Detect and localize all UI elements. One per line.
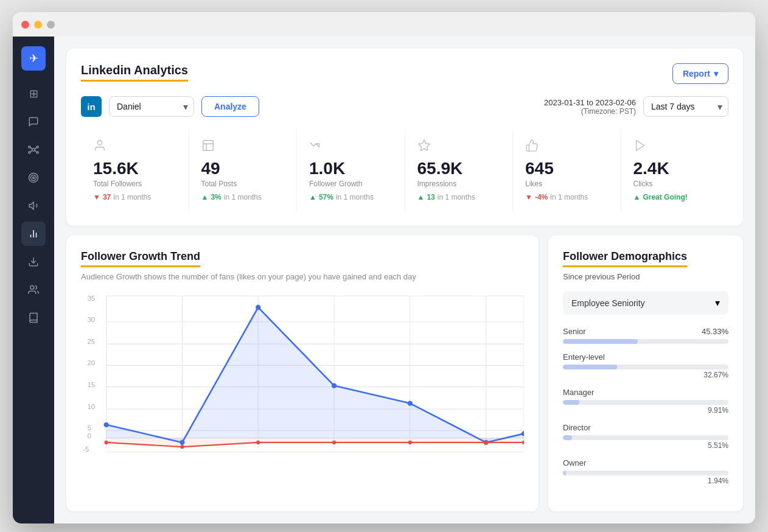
impressions-value: 65.9K [417, 160, 501, 177]
bar-track-owner [563, 471, 728, 475]
impressions-label: Impressions [417, 180, 501, 188]
demographics-subtitle: Since previous Period [563, 272, 728, 281]
bar-header-owner: Owner [563, 458, 728, 467]
sidebar: ✈ ⊞ [13, 37, 54, 523]
down-arrow-icon2: ▼ [525, 193, 532, 201]
controls-row: in Daniel ▾ Analyze 2023-01-31 to 2023-0… [81, 96, 728, 117]
red-dot-2 [180, 445, 184, 449]
sidebar-item-target[interactable] [21, 166, 46, 190]
main-content: Linkedin Analytics Report ▾ in Daniel [54, 37, 755, 523]
bar-value-manager: 9.91% [563, 406, 728, 415]
sidebar-item-megaphone[interactable] [21, 194, 46, 218]
bar-item-director: Director 5.51% [563, 423, 728, 450]
svg-text:10: 10 [87, 403, 95, 410]
blue-dot-1 [103, 422, 108, 427]
up-arrow-icon3: ▲ [417, 193, 425, 201]
svg-line-5 [30, 147, 32, 150]
svg-text:25: 25 [87, 338, 95, 345]
svg-text:15: 15 [87, 381, 95, 388]
chevron-down-icon2: ▾ [715, 297, 720, 309]
report-button[interactable]: Report ▾ [672, 63, 728, 84]
stat-card-clicks: 2.4K Clicks ▲ Great Going! [621, 129, 729, 211]
growth-change: ▲ 57% in 1 months [309, 193, 393, 201]
sidebar-item-network[interactable] [21, 138, 46, 162]
demographics-title: Follower Demographics [563, 250, 687, 267]
svg-line-8 [35, 150, 37, 153]
posts-value: 49 [201, 160, 285, 177]
impressions-icon [417, 139, 501, 155]
period-select[interactable]: Last 7 days Last 30 days Last 90 days Cu… [643, 96, 728, 117]
profile-select-wrapper: Daniel ▾ [109, 96, 194, 117]
bar-value-owner: 1.94% [563, 477, 728, 485]
bar-fill-director [563, 435, 572, 440]
sidebar-item-download[interactable] [21, 250, 46, 274]
svg-text:20: 20 [87, 359, 95, 366]
bar-item-manager: Manager 9.91% [563, 388, 728, 415]
stat-card-impressions: 65.9K Impressions ▲ 13 in 1 months [405, 129, 514, 211]
bar-label-director: Director [563, 423, 591, 432]
close-button[interactable] [21, 21, 29, 29]
growth-value: 1.0K [309, 160, 393, 177]
likes-icon [525, 139, 609, 155]
bar-header-director: Director [563, 423, 728, 432]
svg-text:0: 0 [87, 432, 91, 439]
maximize-button[interactable] [47, 21, 55, 29]
down-arrow-icon: ▼ [93, 193, 100, 201]
svg-marker-21 [418, 140, 429, 150]
svg-line-6 [35, 147, 37, 150]
minimize-button[interactable] [34, 21, 42, 29]
clicks-icon [634, 139, 717, 155]
stat-card-posts: 49 Total Posts ▲ 3% in 1 months [189, 129, 298, 211]
bar-track-manager [563, 400, 728, 405]
date-range-value: 2023-01-31 to 2023-02-06 [544, 98, 636, 107]
page-title: Linkedin Analytics [81, 63, 188, 82]
sidebar-item-library[interactable] [21, 306, 46, 330]
app-body: ✈ ⊞ [13, 37, 755, 523]
svg-point-1 [29, 146, 30, 148]
posts-change: ▲ 3% in 1 months [201, 193, 285, 201]
report-label: Report [683, 69, 710, 79]
blue-dot-5 [408, 401, 413, 405]
stat-card-growth: 1.0K Follower Growth ▲ 57% in 1 months [297, 129, 405, 211]
bar-value-entry: 32.67% [563, 371, 728, 379]
svg-rect-18 [203, 141, 213, 151]
header-card: Linkedin Analytics Report ▾ in Daniel [66, 49, 743, 226]
followers-change: ▼ 37 in 1 months [93, 193, 176, 201]
analyze-button[interactable]: Analyze [201, 96, 259, 117]
svg-point-17 [97, 141, 102, 145]
growth-trend-card: Follower Growth Trend Audience Growth sh… [66, 236, 539, 511]
posts-label: Total Posts [201, 180, 285, 188]
blue-dot-4 [332, 383, 337, 388]
bottom-section: Follower Growth Trend Audience Growth sh… [66, 236, 743, 511]
profile-select[interactable]: Daniel [109, 96, 194, 117]
sidebar-item-team[interactable] [21, 278, 46, 302]
sidebar-logo[interactable]: ✈ [21, 46, 46, 71]
titlebar [13, 12, 755, 37]
date-range-area: 2023-01-31 to 2023-02-06 (Timezone: PST)… [544, 96, 728, 117]
red-dot-6 [484, 441, 487, 444]
linkedin-icon: in [81, 96, 102, 117]
svg-text:-5: -5 [83, 446, 89, 453]
bar-label-senior: Senior [563, 327, 586, 336]
red-dot-5 [408, 441, 412, 444]
likes-label: Likes [525, 180, 609, 188]
svg-point-3 [29, 152, 30, 153]
bar-track-entry [563, 365, 728, 369]
followers-value: 15.6K [93, 160, 176, 177]
posts-icon [201, 139, 285, 155]
bar-header-senior: Senior 45.33% [563, 327, 728, 336]
date-range-text: 2023-01-31 to 2023-02-06 (Timezone: PST) [544, 98, 636, 116]
sidebar-item-chat[interactable] [21, 110, 46, 134]
timezone-label: (Timezone: PST) [544, 107, 636, 116]
followers-icon [93, 139, 176, 155]
line-chart-svg: 35 30 25 20 15 10 5 0 -5 [81, 291, 524, 461]
employee-seniority-dropdown[interactable]: Employee Seniority ▾ [563, 291, 728, 315]
svg-line-7 [30, 150, 32, 153]
sidebar-item-dashboard[interactable]: ⊞ [21, 82, 46, 106]
svg-text:35: 35 [87, 295, 95, 302]
red-dot-3 [256, 441, 260, 444]
svg-point-2 [37, 146, 38, 148]
bar-track-director [563, 435, 728, 440]
clicks-label: Clicks [634, 180, 717, 188]
sidebar-item-analytics[interactable] [21, 222, 46, 246]
